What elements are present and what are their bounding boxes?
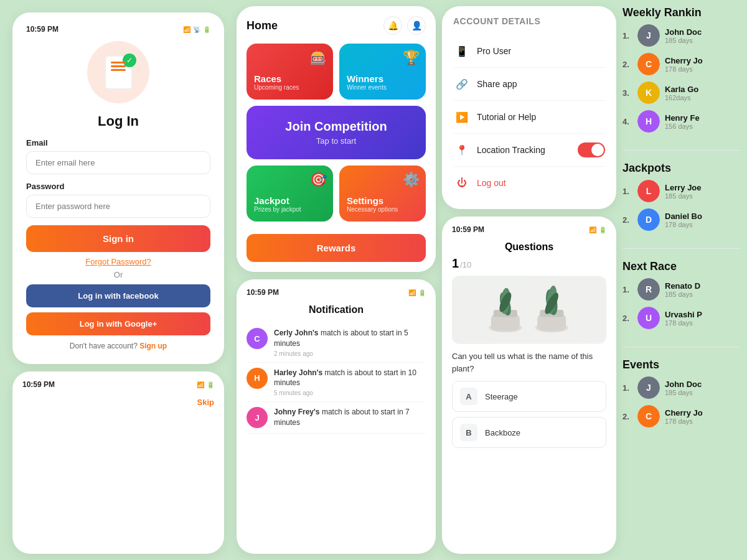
- pro-user-item[interactable]: 📱 Pro User: [453, 35, 605, 68]
- q-battery-icon: 🔋: [599, 226, 606, 233]
- rank-info-4: Henry Fe 156 days: [665, 113, 700, 130]
- share-app-item[interactable]: 🔗 Share app: [453, 68, 605, 101]
- races-tile[interactable]: 🎰 Races Upcoming races: [247, 44, 333, 100]
- jackpot-days-2: 178 days: [665, 221, 702, 228]
- weekly-ranking-title: Weekly Rankin: [622, 6, 741, 19]
- settings-icon: ⚙️: [403, 172, 420, 188]
- rank-name-3: Karla Go: [665, 85, 698, 94]
- option-b[interactable]: B Backboze: [452, 417, 606, 448]
- notif-wifi-icon: 📶: [408, 289, 416, 296]
- jackpot-info-2: Daniel Bo 178 days: [665, 212, 702, 228]
- notif-status-bar: 10:59 PM 📶 🔋: [247, 288, 426, 297]
- weekly-rank-2: 2. C Cherry Jo 178 days: [622, 53, 741, 75]
- q-wifi-icon: 📶: [589, 226, 596, 233]
- winners-tile[interactable]: 🏆 Winners Winner events: [339, 44, 426, 100]
- status-icons: 📶 📡 🔋: [183, 26, 210, 33]
- mini-wifi-icon: 📶: [197, 381, 204, 388]
- winners-tile-sub: Winner events: [347, 84, 418, 91]
- notif-avatar-2: H: [247, 368, 268, 389]
- rank-info-2: Cherry Jo 178 days: [665, 56, 703, 73]
- tutorial-label: Tutorial or Help: [477, 112, 536, 122]
- password-input[interactable]: [26, 195, 210, 218]
- jackpot-num-1: 1.: [622, 187, 632, 196]
- rank-avatar-3: K: [637, 82, 660, 104]
- facebook-login-button[interactable]: Log in with facebook: [26, 284, 210, 307]
- events-section: Events 1. J John Doc 185 days 2. C Cherr…: [622, 358, 741, 434]
- next-race-rank-1: 1. R Renato D 185 days: [622, 278, 741, 301]
- google-login-button[interactable]: Log in with Google+: [26, 312, 210, 335]
- next-race-name-2: Urvashi P: [665, 310, 702, 319]
- next-race-days-2: 178 days: [665, 319, 702, 327]
- logout-label: Log out: [477, 178, 506, 188]
- svg-rect-0: [452, 278, 606, 343]
- jackpot-avatar-inner-1: L: [637, 180, 660, 202]
- rank-avatar-1: J: [637, 24, 660, 47]
- logout-item[interactable]: ⏻ Log out: [453, 167, 605, 199]
- signup-link[interactable]: Sign up: [139, 342, 167, 350]
- jackpot-info-1: Lerry Joe 185 days: [665, 183, 702, 200]
- tiles-grid-2: 🎯 Jackpot Prizes by jackpot ⚙️ Settings …: [247, 166, 426, 222]
- location-toggle[interactable]: [578, 142, 605, 157]
- races-tile-sub: Upcoming races: [254, 84, 326, 91]
- home-title: Home: [247, 19, 278, 32]
- settings-tile[interactable]: ⚙️ Settings Necessary options: [339, 166, 426, 222]
- next-race-num-2: 2.: [622, 314, 632, 323]
- jackpot-tile[interactable]: 🎯 Jackpot Prizes by jackpot: [247, 166, 333, 222]
- jackpot-name-1: Lerry Joe: [665, 183, 702, 192]
- option-b-letter: B: [460, 424, 477, 441]
- questions-status-bar: 10:59 PM 📶 🔋: [452, 225, 606, 234]
- forgot-password-link[interactable]: Forgot Password?: [26, 257, 210, 266]
- events-avatar-2: C: [637, 405, 660, 427]
- plant-illustration: [452, 276, 606, 344]
- jackpot-days-1: 185 days: [665, 192, 702, 200]
- password-label: Password: [26, 182, 210, 191]
- jackpot-tile-name: Jackpot: [254, 195, 326, 206]
- next-race-rank-2: 2. U Urvashi P 178 days: [622, 307, 741, 329]
- notification-card: 10:59 PM 📶 🔋 Notification C Cerly John's…: [237, 279, 436, 554]
- rank-days-2: 178 days: [665, 65, 703, 73]
- mini-status-time: 10:59 PM: [22, 380, 55, 389]
- signin-button[interactable]: Sign in: [26, 225, 210, 252]
- logout-icon: ⏻: [453, 174, 471, 192]
- pro-user-label: Pro User: [477, 46, 511, 56]
- next-race-avatar-inner-1: R: [637, 278, 660, 301]
- rank-avatar-inner-1: J: [637, 24, 660, 47]
- weekly-rank-4: 4. H Henry Fe 156 days: [622, 110, 741, 133]
- email-input[interactable]: [26, 151, 210, 174]
- settings-column: Account Details 📱 Pro User 🔗 Share app ▶…: [442, 0, 622, 560]
- pro-user-left: 📱 Pro User: [453, 42, 511, 60]
- join-banner-title: Join Competition: [258, 119, 415, 134]
- rank-avatar-inner-4: H: [637, 110, 660, 133]
- rank-info-3: Karla Go 162days: [665, 85, 698, 101]
- share-app-label: Share app: [477, 79, 517, 89]
- tutorial-item[interactable]: ▶️ Tutorial or Help: [453, 101, 605, 134]
- events-avatar-inner-1: J: [637, 376, 660, 399]
- rewards-button[interactable]: Rewards: [247, 234, 426, 262]
- events-avatar-inner-2: C: [637, 405, 660, 427]
- option-a[interactable]: A Steerage: [452, 381, 606, 412]
- join-competition-banner[interactable]: Join Competition Tap to start: [247, 106, 426, 159]
- questions-status-icons: 📶 🔋: [589, 226, 606, 233]
- or-divider: Or: [26, 270, 210, 279]
- weekly-rank-3: 3. K Karla Go 162days: [622, 82, 741, 104]
- events-info-2: Cherry Jo 178 days: [665, 408, 703, 425]
- option-a-letter: A: [460, 388, 477, 405]
- notif-status-time: 10:59 PM: [247, 288, 279, 297]
- home-header: Home 🔔 👤: [247, 16, 426, 35]
- login-title: Log In: [26, 113, 210, 129]
- settings-tile-name: Settings: [347, 195, 418, 206]
- jackpots-section: Jackpots 1. L Lerry Joe 185 days 2. D Da…: [622, 162, 741, 237]
- signup-prompt: Don't have account? Sign up: [26, 342, 210, 350]
- bell-icon[interactable]: 🔔: [383, 16, 402, 35]
- questions-status-time: 10:59 PM: [452, 225, 484, 234]
- signup-prompt-text: Don't have account?: [70, 342, 138, 350]
- location-tracking-item[interactable]: 📍 Location Tracking: [453, 134, 605, 167]
- events-title: Events: [622, 358, 741, 371]
- option-a-text: Steerage: [485, 392, 518, 401]
- events-num-2: 2.: [622, 412, 632, 421]
- user-icon[interactable]: 👤: [407, 16, 426, 35]
- next-race-days-1: 185 days: [665, 291, 700, 298]
- home-card: Home 🔔 👤 🎰 Races Upcoming races 🏆 Winner…: [237, 6, 436, 272]
- skip-button[interactable]: Skip: [197, 398, 214, 407]
- divider-2: [622, 248, 741, 249]
